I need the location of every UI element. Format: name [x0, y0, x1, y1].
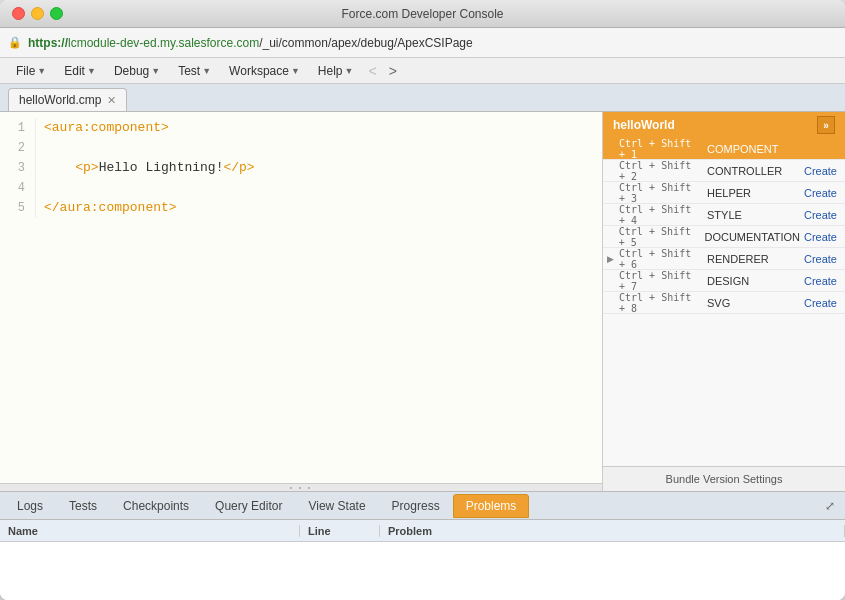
bottom-tab-view-state[interactable]: View State — [295, 494, 378, 518]
file-create-link[interactable]: Create — [804, 275, 845, 287]
file-browser-title: helloWorld — [613, 118, 675, 132]
title-bar: Force.com Developer Console — [0, 0, 845, 28]
menu-test[interactable]: Test ▼ — [170, 62, 219, 80]
file-list-item[interactable]: Ctrl + Shift + 5 DOCUMENTATION Create — [603, 226, 845, 248]
edit-arrow-icon: ▼ — [87, 66, 96, 76]
file-name: CONTROLLER — [703, 165, 804, 177]
code-line: 2 — [0, 138, 602, 158]
line-number: 4 — [0, 178, 36, 198]
file-name: RENDERER — [703, 253, 804, 265]
main-content: 1 <aura:component> 2 3 <p>Hello Lightnin… — [0, 112, 845, 491]
file-create-link[interactable]: Create — [804, 253, 845, 265]
bottom-tab-checkpoints[interactable]: Checkpoints — [110, 494, 202, 518]
file-create-link[interactable]: Create — [804, 187, 845, 199]
close-button[interactable] — [12, 7, 25, 20]
bottom-expand-button[interactable]: ⤢ — [819, 497, 841, 515]
resize-dots-icon: • • • — [290, 483, 313, 491]
address-bar: 🔒 https://lcmodule-dev-ed.my.salesforce.… — [0, 28, 845, 58]
menu-bar: File ▼ Edit ▼ Debug ▼ Test ▼ Workspace ▼… — [0, 58, 845, 84]
bottom-tab-query-editor[interactable]: Query Editor — [202, 494, 295, 518]
editor-panel: 1 <aura:component> 2 3 <p>Hello Lightnin… — [0, 112, 603, 491]
file-shortcut: Ctrl + Shift + 3 — [613, 182, 703, 204]
file-name: DESIGN — [703, 275, 804, 287]
file-list: Ctrl + Shift + 1 COMPONENT Ctrl + Shift … — [603, 138, 845, 466]
line-number: 3 — [0, 158, 36, 178]
file-create-link[interactable]: Create — [804, 165, 845, 177]
menu-debug[interactable]: Debug ▼ — [106, 62, 168, 80]
file-shortcut: Ctrl + Shift + 4 — [613, 204, 703, 226]
code-line: 5 </aura:component> — [0, 198, 602, 218]
url-path: /_ui/common/apex/debug/ApexCSIPage — [259, 36, 472, 50]
url-https: https:// — [28, 36, 68, 50]
file-name: DOCUMENTATION — [700, 231, 804, 243]
debug-arrow-icon: ▼ — [151, 66, 160, 76]
file-browser-header: helloWorld » — [603, 112, 845, 138]
file-shortcut: Ctrl + Shift + 1 — [613, 138, 703, 160]
file-create-link[interactable]: Create — [804, 297, 845, 309]
code-line: 1 <aura:component> — [0, 118, 602, 138]
col-header-problem: Problem — [380, 525, 845, 537]
bottom-panel: LogsTestsCheckpointsQuery EditorView Sta… — [0, 491, 845, 600]
editor-tab-label: helloWorld.cmp — [19, 93, 101, 107]
line-content: <p>Hello Lightning!</p> — [44, 158, 602, 178]
file-list-item[interactable]: Ctrl + Shift + 1 COMPONENT — [603, 138, 845, 160]
file-browser-panel: helloWorld » Ctrl + Shift + 1 COMPONENT … — [603, 112, 845, 491]
file-shortcut: Ctrl + Shift + 7 — [613, 270, 703, 292]
lock-icon: 🔒 — [8, 36, 22, 49]
line-content: </aura:component> — [44, 198, 602, 218]
menu-file[interactable]: File ▼ — [8, 62, 54, 80]
line-number: 1 — [0, 118, 36, 138]
file-create-link[interactable]: Create — [804, 231, 845, 243]
file-list-item[interactable]: Ctrl + Shift + 2 CONTROLLER Create — [603, 160, 845, 182]
line-content: <aura:component> — [44, 118, 602, 138]
file-name: SVG — [703, 297, 804, 309]
menu-help[interactable]: Help ▼ — [310, 62, 362, 80]
url-display: https://lcmodule-dev-ed.my.salesforce.co… — [28, 36, 473, 50]
bottom-tab-problems[interactable]: Problems — [453, 494, 530, 518]
help-arrow-icon: ▼ — [345, 66, 354, 76]
menu-workspace[interactable]: Workspace ▼ — [221, 62, 308, 80]
editor-tab-bar: helloWorld.cmp ✕ — [0, 84, 845, 112]
app-window: Force.com Developer Console 🔒 https://lc… — [0, 0, 845, 600]
line-number: 2 — [0, 138, 36, 158]
menu-edit[interactable]: Edit ▼ — [56, 62, 104, 80]
file-shortcut: Ctrl + Shift + 8 — [613, 292, 703, 314]
file-list-item[interactable]: ▶ Ctrl + Shift + 6 RENDERER Create — [603, 248, 845, 270]
nav-forward-button[interactable]: > — [384, 62, 402, 80]
bottom-tab-progress[interactable]: Progress — [379, 494, 453, 518]
file-arrow-icon: ▼ — [37, 66, 46, 76]
table-header: Name Line Problem — [0, 520, 845, 542]
file-arrow-icon: ▶ — [603, 254, 613, 264]
file-list-item[interactable]: Ctrl + Shift + 8 SVG Create — [603, 292, 845, 314]
minimize-button[interactable] — [31, 7, 44, 20]
window-title: Force.com Developer Console — [341, 7, 503, 21]
nav-back-button[interactable]: < — [363, 62, 381, 80]
code-line: 3 <p>Hello Lightning!</p> — [0, 158, 602, 178]
file-list-item[interactable]: Ctrl + Shift + 7 DESIGN Create — [603, 270, 845, 292]
workspace-arrow-icon: ▼ — [291, 66, 300, 76]
file-name: HELPER — [703, 187, 804, 199]
test-arrow-icon: ▼ — [202, 66, 211, 76]
bottom-tab-tests[interactable]: Tests — [56, 494, 110, 518]
tab-close-icon[interactable]: ✕ — [107, 94, 116, 107]
bottom-content: Name Line Problem — [0, 520, 845, 600]
col-header-line: Line — [300, 525, 380, 537]
file-shortcut: Ctrl + Shift + 6 — [613, 248, 703, 270]
url-domain: lcmodule-dev-ed.my.salesforce.com — [68, 36, 259, 50]
file-list-item[interactable]: Ctrl + Shift + 3 HELPER Create — [603, 182, 845, 204]
editor-tab-helloworld[interactable]: helloWorld.cmp ✕ — [8, 88, 127, 111]
maximize-button[interactable] — [50, 7, 63, 20]
window-controls — [12, 7, 63, 20]
file-shortcut: Ctrl + Shift + 5 — [613, 226, 701, 248]
file-name: STYLE — [703, 209, 804, 221]
file-list-item[interactable]: Ctrl + Shift + 4 STYLE Create — [603, 204, 845, 226]
bottom-tab-logs[interactable]: Logs — [4, 494, 56, 518]
code-line: 4 — [0, 178, 602, 198]
bundle-settings-button[interactable]: Bundle Version Settings — [603, 466, 845, 491]
file-create-link[interactable]: Create — [804, 209, 845, 221]
expand-panel-button[interactable]: » — [817, 116, 835, 134]
code-editor[interactable]: 1 <aura:component> 2 3 <p>Hello Lightnin… — [0, 112, 602, 483]
resize-handle[interactable]: • • • — [0, 483, 602, 491]
file-name: COMPONENT — [703, 143, 845, 155]
line-number: 5 — [0, 198, 36, 218]
